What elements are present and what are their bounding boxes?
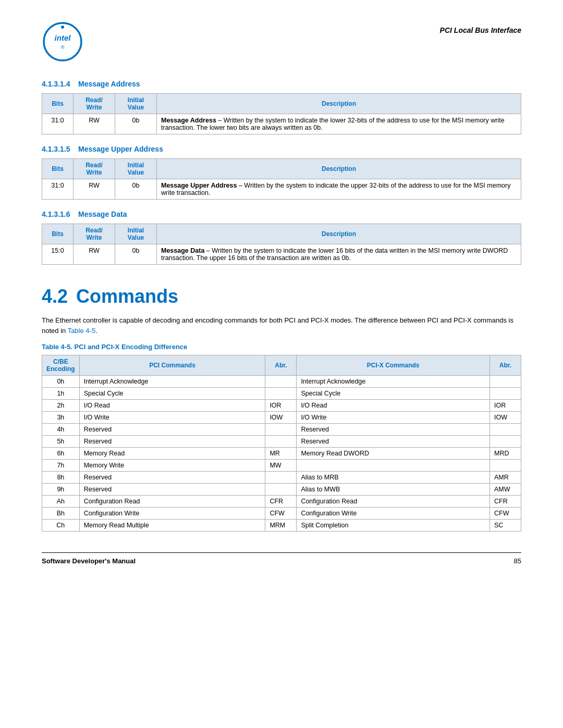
cell-pci-abr <box>265 484 297 496</box>
cell-pci-abr: CFW <box>265 508 297 520</box>
table-link[interactable]: Table 4-5 <box>68 327 95 335</box>
cell-pcix-command <box>297 460 490 472</box>
col-initial-2: InitialValue <box>115 159 157 179</box>
col-pcix-commands: PCI-X Commands <box>297 355 490 376</box>
message-address-table: Bits Read/Write InitialValue Description… <box>42 93 521 134</box>
section-4-1-3-1-6: 4.1.3.1.6 Message Data Bits Read/Write I… <box>42 210 521 265</box>
cell-encoding: 9h <box>42 484 80 496</box>
cell-pcix-command: Reserved <box>297 436 490 448</box>
cell-rw: RW <box>74 114 115 134</box>
section-4135-number: 4.1.3.1.5 <box>42 145 70 153</box>
body-text-start: The Ethernet controller is capable of de… <box>42 316 513 335</box>
cell-encoding: Bh <box>42 508 80 520</box>
message-data-table: Bits Read/Write InitialValue Description… <box>42 224 521 265</box>
intel-logo: intel ® <box>42 21 83 64</box>
cell-encoding: 4h <box>42 424 80 436</box>
cell-pcix-command: Configuration Read <box>297 496 490 508</box>
table-row: 5h Reserved Reserved <box>42 436 521 448</box>
cell-encoding: 8h <box>42 472 80 484</box>
encoding-table-caption: Table 4-5. PCI and PCI-X Encoding Differ… <box>42 343 521 351</box>
cell-desc: Message Data – Written by the system to … <box>157 244 521 265</box>
col-initial-3: InitialValue <box>115 224 157 244</box>
cell-val: 0b <box>115 114 157 134</box>
col-pci-commands: PCI Commands <box>79 355 265 376</box>
section-4134-number: 4.1.3.1.4 <box>42 80 70 88</box>
col-desc-1: Description <box>157 94 521 114</box>
cell-bits: 15:0 <box>42 244 74 265</box>
cell-pci-command: Memory Read <box>79 448 265 460</box>
col-rw-3: Read/Write <box>74 224 115 244</box>
svg-point-3 <box>61 26 64 29</box>
cell-pcix-abr: SC <box>490 520 521 532</box>
section-42-title: 4.2 Commands <box>42 286 521 307</box>
table-row: 6h Memory Read MR Memory Read DWORD MRD <box>42 448 521 460</box>
footer-page-number: 85 <box>514 557 521 565</box>
cell-pci-abr <box>265 388 297 400</box>
section-4135-title: Message Upper Address <box>78 145 163 153</box>
cell-encoding: Ah <box>42 496 80 508</box>
col-encoding: C/BEEncoding <box>42 355 80 376</box>
col-rw-2: Read/Write <box>74 159 115 179</box>
col-bits-3: Bits <box>42 224 74 244</box>
cell-pci-command: I/O Read <box>79 400 265 412</box>
cell-val: 0b <box>115 244 157 265</box>
cell-pci-abr <box>265 436 297 448</box>
table-row: 3h I/O Write IOW I/O Write IOW <box>42 412 521 424</box>
section-4135-heading: 4.1.3.1.5 Message Upper Address <box>42 145 521 153</box>
table-row: Ah Configuration Read CFR Configuration … <box>42 496 521 508</box>
cell-pci-abr: MW <box>265 460 297 472</box>
cell-pcix-abr: AMW <box>490 484 521 496</box>
cell-pcix-command: Alias to MRB <box>297 472 490 484</box>
cell-pcix-command: I/O Write <box>297 412 490 424</box>
table-row: 2h I/O Read IOR I/O Read IOR <box>42 400 521 412</box>
col-rw-1: Read/Write <box>74 94 115 114</box>
cell-pci-abr <box>265 472 297 484</box>
encoding-table: C/BEEncoding PCI Commands Abr. PCI-X Com… <box>42 355 521 532</box>
desc-rest: – Written by the system to indicate the … <box>161 247 508 262</box>
section-4-1-3-1-4: 4.1.3.1.4 Message Address Bits Read/Writ… <box>42 80 521 134</box>
cell-pcix-command: Configuration Write <box>297 508 490 520</box>
table-row: Bh Configuration Write CFW Configuration… <box>42 508 521 520</box>
cell-pci-command: I/O Write <box>79 412 265 424</box>
table-row: 31:0 RW 0b Message Address – Written by … <box>42 114 521 134</box>
section-4136-number: 4.1.3.1.6 <box>42 210 70 218</box>
cell-pcix-command: Interrupt Acknowledge <box>297 376 490 388</box>
col-pcix-abr: Abr. <box>490 355 521 376</box>
col-bits-2: Bits <box>42 159 74 179</box>
cell-encoding: 1h <box>42 388 80 400</box>
cell-rw: RW <box>74 244 115 265</box>
table-row: Ch Memory Read Multiple MRM Split Comple… <box>42 520 521 532</box>
desc-bold: Message Address <box>161 117 216 124</box>
cell-pci-command: Reserved <box>79 424 265 436</box>
cell-pci-command: Configuration Write <box>79 508 265 520</box>
cell-pcix-abr: MRD <box>490 448 521 460</box>
cell-bits: 31:0 <box>42 179 74 200</box>
cell-pcix-command: I/O Read <box>297 400 490 412</box>
cell-pci-abr: IOW <box>265 412 297 424</box>
cell-pcix-abr <box>490 388 521 400</box>
page-header: intel ® PCI Local Bus Interface <box>42 21 521 64</box>
desc-bold: Message Upper Address <box>161 182 237 189</box>
cell-pcix-command: Special Cycle <box>297 388 490 400</box>
cell-pcix-abr <box>490 460 521 472</box>
table-row: 31:0 RW 0b Message Upper Address – Writt… <box>42 179 521 200</box>
cell-pci-command: Reserved <box>79 436 265 448</box>
col-initial-1: InitialValue <box>115 94 157 114</box>
section-42-number: 4.2 <box>42 286 68 307</box>
cell-desc: Message Address – Written by the system … <box>157 114 521 134</box>
cell-encoding: 3h <box>42 412 80 424</box>
col-desc-2: Description <box>157 159 521 179</box>
body-text-end: . <box>95 327 97 335</box>
section-4136-title: Message Data <box>78 210 127 218</box>
section-42-label: Commands <box>76 286 178 307</box>
cell-pci-command: Special Cycle <box>79 388 265 400</box>
table-row: 0h Interrupt Acknowledge Interrupt Ackno… <box>42 376 521 388</box>
cell-pcix-abr <box>490 436 521 448</box>
table-row: 9h Reserved Alias to MWB AMW <box>42 484 521 496</box>
cell-pcix-command: Split Completion <box>297 520 490 532</box>
cell-pcix-abr: CFR <box>490 496 521 508</box>
cell-pci-command: Memory Write <box>79 460 265 472</box>
table-row: 15:0 RW 0b Message Data – Written by the… <box>42 244 521 265</box>
section-4134-title: Message Address <box>78 80 140 88</box>
section-4-1-3-1-5: 4.1.3.1.5 Message Upper Address Bits Rea… <box>42 145 521 200</box>
